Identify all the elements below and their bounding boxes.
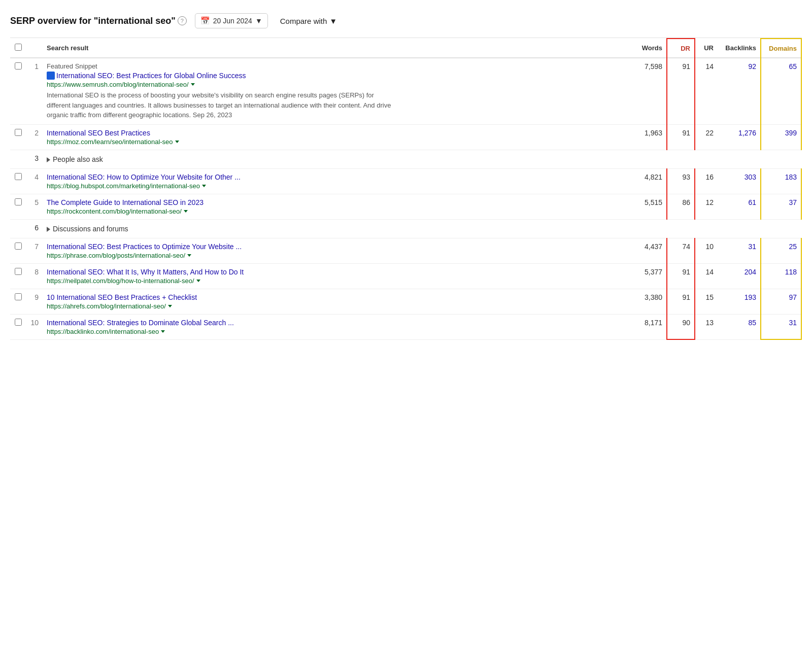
- row-checkbox[interactable]: [15, 293, 22, 300]
- row-checkbox[interactable]: [15, 319, 22, 326]
- row-checkbox-cell: [10, 263, 26, 289]
- result-url: https://blog.hubspot.com/marketing/inter…: [47, 182, 627, 190]
- row-number: 8: [26, 263, 43, 289]
- result-url: https://ahrefs.com/blog/international-se…: [47, 302, 627, 310]
- link-icon: [47, 72, 55, 80]
- row-search-result: International SEO: Best Practices to Opt…: [43, 238, 631, 263]
- page-header: SERP overview for "international seo" ? …: [10, 8, 802, 38]
- row-ur: 15: [695, 289, 718, 314]
- row-words: 4,437: [631, 238, 667, 263]
- url-dropdown-arrow[interactable]: [202, 185, 206, 187]
- row-words: 3,380: [631, 289, 667, 314]
- result-title-link[interactable]: International SEO: What It Is, Why It Ma…: [47, 268, 244, 276]
- table-row: 2International SEO Best Practiceshttps:/…: [10, 124, 801, 150]
- result-url: https://www.semrush.com/blog/internation…: [47, 81, 627, 88]
- compare-with-button[interactable]: Compare with ▼: [276, 14, 341, 28]
- result-title-link[interactable]: 10 International SEO Best Practices + Ch…: [47, 293, 197, 301]
- url-dropdown-arrow[interactable]: [175, 141, 179, 143]
- row-search-result: International SEO Best Practiceshttps://…: [43, 124, 631, 150]
- row-dr: 90: [667, 314, 695, 339]
- serp-table: Search result Words DR UR Backlinks Doma…: [10, 38, 802, 340]
- calendar-icon: 📅: [200, 16, 210, 25]
- row-backlinks: 1,276: [718, 124, 761, 150]
- row-search-result: International SEO: Strategies to Dominat…: [43, 314, 631, 339]
- row-words: 5,515: [631, 194, 667, 219]
- row-checkbox-cell: [10, 314, 26, 339]
- url-dropdown-arrow[interactable]: [184, 210, 188, 213]
- row-checkbox[interactable]: [15, 173, 22, 180]
- table-body: 1Featured SnippetInternational SEO: Best…: [10, 58, 801, 339]
- row-search-result: International SEO: What It Is, Why It Ma…: [43, 263, 631, 289]
- col-header-dr: DR: [667, 39, 695, 58]
- row-ur: 16: [695, 168, 718, 194]
- row-checkbox[interactable]: [15, 268, 22, 275]
- result-link-line: International SEO: Best Practices to Opt…: [47, 243, 627, 251]
- compare-dropdown-arrow: ▼: [329, 17, 337, 25]
- url-dropdown-arrow[interactable]: [191, 83, 195, 86]
- row-checkbox-cell: [10, 194, 26, 219]
- help-icon[interactable]: ?: [178, 16, 187, 25]
- row-number: 1: [26, 58, 43, 124]
- row-checkbox-cell: [10, 168, 26, 194]
- result-link-line: International SEO: Strategies to Dominat…: [47, 319, 627, 327]
- table-row: 7International SEO: Best Practices to Op…: [10, 238, 801, 263]
- row-backlinks: 61: [718, 194, 761, 219]
- date-picker-button[interactable]: 📅 20 Jun 2024 ▼: [195, 13, 268, 28]
- col-header-num: [26, 39, 43, 58]
- result-title-link[interactable]: The Complete Guide to International SEO …: [47, 198, 204, 206]
- row-checkbox-cell: [10, 289, 26, 314]
- expand-icon[interactable]: [47, 157, 50, 162]
- row-checkbox[interactable]: [15, 129, 22, 136]
- row-number: 7: [26, 238, 43, 263]
- row-domains: 399: [761, 124, 801, 150]
- url-dropdown-arrow[interactable]: [187, 254, 191, 257]
- row-number: 9: [26, 289, 43, 314]
- row-number: 10: [26, 314, 43, 339]
- table-row: 4International SEO: How to Optimize Your…: [10, 168, 801, 194]
- row-checkbox[interactable]: [15, 62, 22, 70]
- result-title-link[interactable]: International SEO Best Practices: [47, 129, 150, 137]
- row-checkbox-cell: [10, 219, 26, 238]
- expand-icon[interactable]: [47, 227, 50, 232]
- row-domains: 118: [761, 263, 801, 289]
- url-dropdown-arrow[interactable]: [196, 280, 200, 282]
- row-dr: 93: [667, 168, 695, 194]
- header-title-area: SERP overview for "international seo" ?: [10, 16, 187, 26]
- special-row-label: Discussions and forums: [43, 219, 801, 238]
- row-words: 8,171: [631, 314, 667, 339]
- table-row: 910 International SEO Best Practices + C…: [10, 289, 801, 314]
- result-title-link[interactable]: International SEO: Best Practices for Gl…: [56, 72, 246, 80]
- row-words: 1,963: [631, 124, 667, 150]
- row-backlinks: 92: [718, 58, 761, 124]
- row-ur: 12: [695, 194, 718, 219]
- select-all-checkbox[interactable]: [15, 44, 22, 51]
- result-url: https://rockcontent.com/blog/internation…: [47, 207, 627, 215]
- table-header: Search result Words DR UR Backlinks Doma…: [10, 39, 801, 58]
- url-dropdown-arrow[interactable]: [168, 305, 172, 307]
- table-row: 8International SEO: What It Is, Why It M…: [10, 263, 801, 289]
- col-header-domains: Domains: [761, 39, 801, 58]
- url-dropdown-arrow[interactable]: [161, 330, 165, 333]
- row-number: 6: [26, 219, 43, 238]
- result-link-line: 10 International SEO Best Practices + Ch…: [47, 293, 627, 301]
- row-checkbox-cell: [10, 124, 26, 150]
- result-title-link[interactable]: International SEO: How to Optimize Your …: [47, 173, 241, 181]
- row-ur: 14: [695, 58, 718, 124]
- row-number: 3: [26, 150, 43, 168]
- row-backlinks: 31: [718, 238, 761, 263]
- row-checkbox-cell: [10, 58, 26, 124]
- row-checkbox-cell: [10, 238, 26, 263]
- row-backlinks: 303: [718, 168, 761, 194]
- row-checkbox[interactable]: [15, 198, 22, 205]
- row-dr: 86: [667, 194, 695, 219]
- col-header-checkbox: [10, 39, 26, 58]
- row-domains: 97: [761, 289, 801, 314]
- row-checkbox[interactable]: [15, 243, 22, 250]
- row-checkbox-cell: [10, 150, 26, 168]
- table-row: 6Discussions and forums: [10, 219, 801, 238]
- result-url: https://phrase.com/blog/posts/internatio…: [47, 252, 627, 259]
- result-link-line: International SEO: How to Optimize Your …: [47, 173, 627, 181]
- row-number: 4: [26, 168, 43, 194]
- result-title-link[interactable]: International SEO: Strategies to Dominat…: [47, 319, 234, 327]
- result-title-link[interactable]: International SEO: Best Practices to Opt…: [47, 243, 242, 251]
